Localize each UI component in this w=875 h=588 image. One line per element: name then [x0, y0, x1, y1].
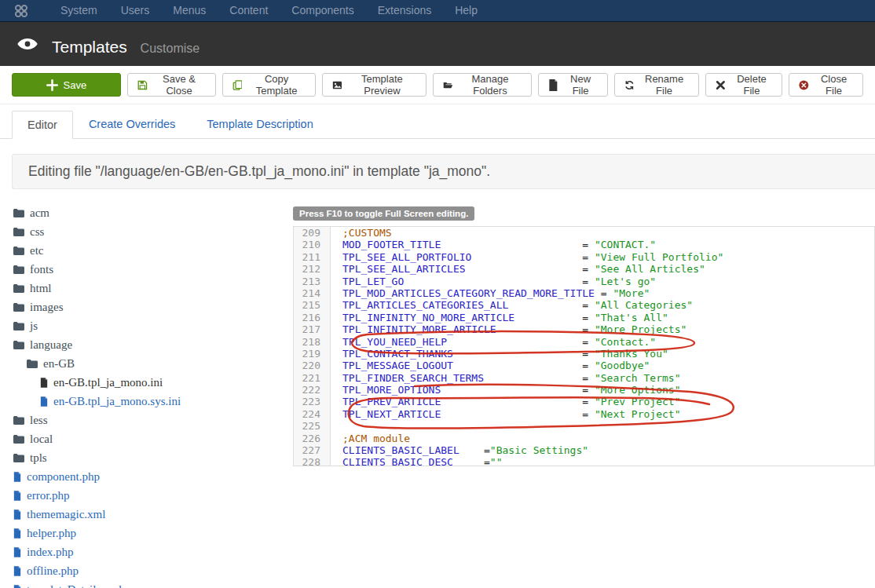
tree-item-label: local [30, 433, 53, 446]
admin-top-menubar: SystemUsersMenusContentComponentsExtensi… [0, 0, 875, 21]
code-line-228[interactable]: 228CLIENTS_BASIC_DESC ="" [294, 456, 874, 466]
tree-folder-less[interactable]: less [0, 411, 293, 429]
code-line-210[interactable]: 210MOD_FOOTER_TITLE = "CONTACT." [294, 239, 874, 250]
admin-menu-items: SystemUsersMenusContentComponentsExtensi… [49, 0, 489, 21]
tree-folder-css[interactable]: css [0, 222, 293, 241]
tab-bar: EditorCreate OverridesTemplate Descripti… [0, 110, 875, 139]
code-line-text [331, 420, 342, 432]
menu-components[interactable]: Components [280, 4, 365, 16]
tree-folder-fonts[interactable]: fonts [0, 260, 293, 279]
tree-file-en-GB.tpl_ja_mono.sys.ini[interactable]: en-GB.tpl_ja_mono.sys.ini [0, 392, 293, 411]
code-line-227[interactable]: 227CLIENTS_BASIC_LABEL ="Basic Settings" [294, 444, 874, 456]
tree-folder-acm[interactable]: acm [0, 203, 293, 222]
page-title: Templates [52, 38, 127, 56]
tree-item-label: helper.php [27, 527, 76, 540]
copy-template-button[interactable]: Copy Template [222, 73, 316, 97]
code-line-214[interactable]: 214TPL_MOD_ARTICLES_CATEGORY_READ_MORE_T… [294, 287, 874, 299]
delete-file-button-label: Delete File [731, 73, 773, 97]
tree-folder-js[interactable]: js [0, 316, 293, 335]
tree-folder-language[interactable]: language [0, 335, 293, 354]
tree-item-label: offline.php [27, 564, 79, 578]
code-line-212[interactable]: 212TPL_SEE_ALL_ARTICLES = "See All Artic… [294, 263, 874, 275]
menu-content[interactable]: Content [218, 4, 280, 16]
file-icon [13, 528, 21, 539]
tree-folder-tpls[interactable]: tpls [0, 448, 293, 467]
tree-folder-html[interactable]: html [0, 279, 293, 298]
tree-file-helper.php[interactable]: helper.php [0, 524, 293, 542]
code-line-222[interactable]: 222TPL_MORE_OPTIONS = "More Options" [294, 384, 874, 396]
tab-create-overrides[interactable]: Create Overrides [73, 110, 191, 138]
tree-file-component.php[interactable]: component.php [0, 467, 293, 486]
line-number: 226 [294, 433, 331, 444]
tree-item-label: css [30, 225, 44, 239]
tree-folder-local[interactable]: local [0, 429, 293, 448]
code-line-text: TPL_ARTICLES_CATEGORIES_ALL = "All Categ… [331, 299, 693, 311]
code-line-text: TPL_LET_GO = "Let's go" [331, 276, 656, 287]
code-line-226[interactable]: 226;ACM module [294, 433, 874, 444]
close-file-button[interactable]: Close File [789, 73, 863, 97]
code-line-text: MOD_FOOTER_TITLE = "CONTACT." [331, 239, 656, 250]
tree-item-label: acm [30, 206, 49, 220]
page-subtitle: Customise [141, 42, 200, 55]
menu-help[interactable]: Help [443, 4, 489, 16]
tree-file-offline.php[interactable]: offline.php [0, 561, 293, 580]
code-line-text: TPL_INFINITY_MORE_ARTICLE = "More Projec… [331, 323, 686, 335]
tree-file-index.php[interactable]: index.php [0, 542, 293, 561]
preview-eye-icon [17, 38, 38, 50]
template-preview-button[interactable]: Template Preview [322, 73, 427, 97]
close-circle-icon [799, 79, 809, 91]
code-line-216[interactable]: 216TPL_INFINITY_NO_MORE_ARTICLE = "That'… [294, 312, 874, 323]
rename-file-button[interactable]: Rename File [614, 73, 699, 97]
delete-file-button[interactable]: Delete File [705, 73, 782, 97]
code-line-213[interactable]: 213TPL_LET_GO = "Let's go" [294, 276, 874, 287]
code-line-209[interactable]: 209;CUSTOMS [294, 227, 874, 239]
code-line-221[interactable]: 221TPL_FINDER_SEARCH_TERMS = "Search Ter… [294, 372, 874, 384]
menu-extensions[interactable]: Extensions [366, 4, 443, 16]
line-number: 228 [294, 456, 331, 466]
save-close-button[interactable]: Save & Close [127, 73, 216, 97]
code-line-224[interactable]: 224TPL_NEXT_ARTICLE = "Next Project" [294, 408, 874, 420]
tree-item-label: thememagic.xml [27, 508, 105, 521]
folder-icon [13, 454, 24, 462]
code-line-211[interactable]: 211TPL_SEE_ALL_PORTFOLIO = "View Full Po… [294, 251, 874, 263]
code-line-text: TPL_INFINITY_NO_MORE_ARTICLE = "That's A… [331, 312, 668, 323]
editor-column: Press F10 to toggle Full Screen editing.… [293, 202, 875, 588]
line-number: 210 [294, 239, 331, 250]
tree-item-label: less [30, 414, 48, 427]
tree-folder-images[interactable]: images [0, 298, 293, 316]
joomla-admin-page: SystemUsersMenusContentComponentsExtensi… [0, 0, 875, 588]
folder-open-icon [443, 79, 453, 91]
tree-file-en-GB.tpl_ja_mono.ini[interactable]: en-GB.tpl_ja_mono.ini [0, 373, 293, 392]
code-line-217[interactable]: 217TPL_INFINITY_MORE_ARTICLE = "More Pro… [294, 323, 874, 335]
code-line-220[interactable]: 220TPL_MESSAGE_LOGOUT = "Goodbye" [294, 360, 874, 371]
tree-item-label: component.php [27, 470, 100, 484]
tree-file-templateDetails.xml[interactable]: templateDetails.xml [0, 580, 293, 588]
code-line-219[interactable]: 219TPL_CONTACT_THANKS = "Thanks You" [294, 348, 874, 360]
tree-item-label: html [30, 282, 52, 295]
menu-users[interactable]: Users [109, 4, 162, 16]
manage-folders-button[interactable]: Manage Folders [433, 73, 532, 97]
code-line-225[interactable]: 225 [294, 420, 874, 432]
menu-menus[interactable]: Menus [161, 4, 218, 16]
new-file-button[interactable]: New File [538, 73, 607, 97]
tab-editor[interactable]: Editor [12, 111, 73, 139]
file-icon [13, 566, 21, 576]
code-line-223[interactable]: 223TPL_PREV_ARTICLE = "Prev Project" [294, 396, 874, 407]
line-number: 212 [294, 263, 331, 275]
file-icon [40, 378, 48, 388]
tree-file-error.php[interactable]: error.php [0, 486, 293, 505]
code-line-215[interactable]: 215TPL_ARTICLES_CATEGORIES_ALL = "All Ca… [294, 299, 874, 311]
tree-folder-etc[interactable]: etc [0, 241, 293, 260]
line-number: 222 [294, 384, 331, 396]
menu-system[interactable]: System [49, 4, 109, 16]
code-editor[interactable]: 209;CUSTOMS210MOD_FOOTER_TITLE = "CONTAC… [293, 226, 875, 466]
tree-file-thememagic.xml[interactable]: thememagic.xml [0, 505, 293, 524]
code-line-text: CLIENTS_BASIC_LABEL ="Basic Settings" [331, 444, 588, 456]
folder-icon [13, 265, 24, 274]
tree-folder-en-GB[interactable]: en-GB [0, 354, 293, 373]
code-line-218[interactable]: 218TPL_YOU_NEED_HELP = "Contact." [294, 336, 874, 348]
save-button[interactable]: Save [12, 73, 121, 97]
tab-template-description[interactable]: Template Description [191, 110, 328, 138]
copy-template-button-label: Copy Template [247, 73, 306, 97]
folder-icon [13, 341, 24, 349]
